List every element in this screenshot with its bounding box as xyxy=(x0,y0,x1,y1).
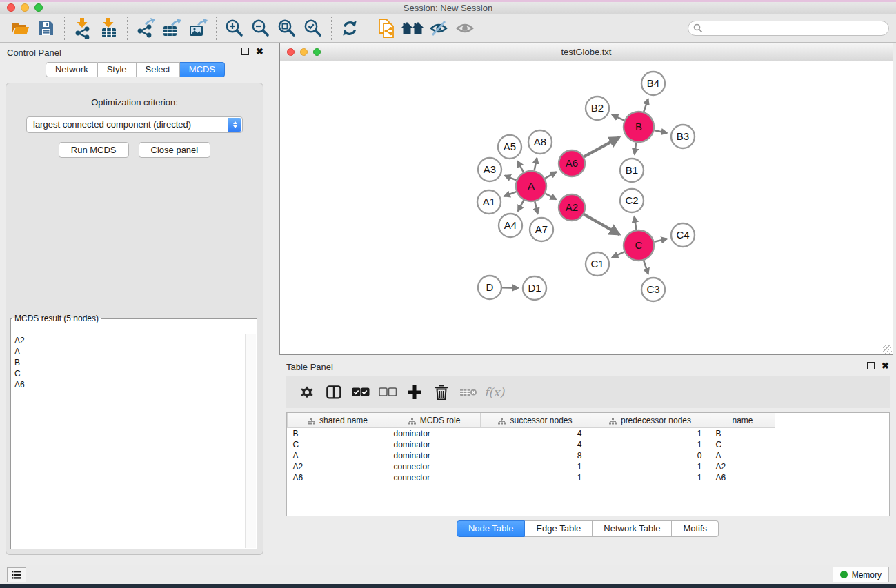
column-header-MCDS-role[interactable]: MCDS role xyxy=(388,413,481,428)
edge-C-C2[interactable] xyxy=(635,216,637,230)
edge-C-C3[interactable] xyxy=(644,261,648,274)
table-cell[interactable]: A xyxy=(710,450,775,461)
delete-table-button[interactable] xyxy=(455,378,481,406)
table-row[interactable]: A6connector11A6 xyxy=(288,472,786,483)
tab-network-table[interactable]: Network Table xyxy=(593,520,672,537)
table-cell[interactable]: B xyxy=(288,428,388,440)
zoom-out-button[interactable] xyxy=(248,16,274,41)
edge-B-B3[interactable] xyxy=(654,130,667,133)
node-D1[interactable]: D1 xyxy=(523,276,546,300)
hide-graphics-button[interactable] xyxy=(426,16,452,41)
zoom-selected-button[interactable] xyxy=(300,16,326,41)
node-A[interactable]: A xyxy=(516,171,546,201)
table-cell[interactable]: 0 xyxy=(590,450,710,461)
import-network-button[interactable] xyxy=(70,16,96,41)
float-panel-icon[interactable] xyxy=(867,362,875,369)
table-cell[interactable]: A2 xyxy=(710,461,775,472)
node-A1[interactable]: A1 xyxy=(477,190,501,214)
edge-A-A2[interactable] xyxy=(545,194,556,199)
mcds-result-list[interactable]: A2ABCA6 xyxy=(12,334,246,548)
table-cell[interactable]: 1 xyxy=(481,472,590,483)
table-row[interactable]: Cdominator41C xyxy=(288,439,786,450)
table-cell[interactable]: connector xyxy=(388,472,481,483)
mcds-result-item[interactable]: C xyxy=(14,368,243,379)
split-columns-button[interactable] xyxy=(320,378,347,406)
tab-mcds[interactable]: MCDS xyxy=(180,62,225,77)
table-cell[interactable]: 1 xyxy=(481,461,590,472)
table-cell[interactable]: 1 xyxy=(590,472,710,483)
network-window-titlebar[interactable]: testGlobe.txt xyxy=(280,43,893,61)
edge-A-A3[interactable] xyxy=(505,176,517,181)
open-file-button[interactable] xyxy=(7,16,33,41)
column-header-successor-nodes[interactable]: successor nodes xyxy=(481,413,590,428)
edge-A-A6[interactable] xyxy=(545,172,557,178)
export-table-button[interactable] xyxy=(159,16,185,41)
edge-B-B1[interactable] xyxy=(635,143,637,154)
add-column-button[interactable] xyxy=(401,378,428,406)
mcds-result-item[interactable]: B xyxy=(14,357,243,368)
edge-B-B4[interactable] xyxy=(644,99,648,112)
select-all-columns-button[interactable] xyxy=(347,378,374,406)
save-session-button[interactable] xyxy=(33,16,59,41)
node-C1[interactable]: C1 xyxy=(586,252,609,276)
node-A4[interactable]: A4 xyxy=(499,214,522,237)
import-table-button[interactable] xyxy=(96,16,122,41)
tab-edge-table[interactable]: Edge Table xyxy=(525,520,593,537)
table-cell[interactable]: A2 xyxy=(288,461,388,472)
mcds-result-item[interactable]: A xyxy=(14,346,243,357)
zoom-in-button[interactable] xyxy=(221,16,248,41)
edge-C-C1[interactable] xyxy=(612,252,624,257)
edge-A-A7[interactable] xyxy=(535,201,537,214)
table-row[interactable]: Adominator80A xyxy=(288,450,786,461)
node-C[interactable]: C xyxy=(624,230,654,261)
tab-style[interactable]: Style xyxy=(98,62,137,77)
node-B1[interactable]: B1 xyxy=(620,159,644,182)
node-B4[interactable]: B4 xyxy=(641,72,665,95)
node-B[interactable]: B xyxy=(624,112,654,142)
memory-button[interactable]: Memory xyxy=(833,567,889,582)
close-panel-icon[interactable]: ✖ xyxy=(882,362,889,369)
node-C3[interactable]: C3 xyxy=(641,278,665,301)
mcds-result-item[interactable]: A6 xyxy=(14,379,243,390)
window-resize-grip[interactable] xyxy=(883,345,892,354)
table-cell[interactable]: A6 xyxy=(710,472,775,483)
close-panel-icon[interactable]: ✖ xyxy=(256,48,263,55)
zoom-fit-button[interactable] xyxy=(274,16,300,41)
table-cell[interactable]: dominator xyxy=(388,450,481,461)
edge-A-A4[interactable] xyxy=(518,200,524,211)
edge-B-B2[interactable] xyxy=(612,115,624,121)
show-graphics-button[interactable] xyxy=(452,16,478,41)
task-history-button[interactable] xyxy=(7,567,26,582)
column-header-shared-name[interactable]: shared name xyxy=(288,413,388,428)
table-row[interactable]: Bdominator41B xyxy=(288,428,786,440)
table-cell[interactable]: dominator xyxy=(388,439,481,450)
run-mcds-button[interactable]: Run MCDS xyxy=(59,142,129,158)
table-cell[interactable]: connector xyxy=(388,461,481,472)
table-cell[interactable]: 1 xyxy=(590,461,710,472)
delete-column-button[interactable] xyxy=(428,378,455,406)
node-C2[interactable]: C2 xyxy=(620,189,644,212)
edge-A-A8[interactable] xyxy=(535,158,537,170)
table-cell[interactable]: 1 xyxy=(590,439,710,450)
table-cell[interactable]: 4 xyxy=(481,428,590,440)
node-B2[interactable]: B2 xyxy=(586,97,609,120)
table-row[interactable]: A2connector11A2 xyxy=(288,461,786,472)
close-panel-button[interactable]: Close panel xyxy=(139,142,211,158)
table-cell[interactable]: C xyxy=(288,439,388,450)
column-header-name[interactable]: name xyxy=(710,413,775,428)
export-network-button[interactable] xyxy=(132,16,159,41)
export-image-button[interactable] xyxy=(185,16,211,41)
search-input[interactable] xyxy=(688,21,889,36)
node-A8[interactable]: A8 xyxy=(528,130,552,154)
tab-select[interactable]: Select xyxy=(137,62,180,77)
table-cell[interactable]: 1 xyxy=(590,428,710,440)
edge-A-A1[interactable] xyxy=(504,192,516,196)
table-settings-button[interactable] xyxy=(293,378,320,406)
tab-motifs[interactable]: Motifs xyxy=(672,520,719,537)
table-cell[interactable]: dominator xyxy=(388,428,481,440)
node-A5[interactable]: A5 xyxy=(498,135,521,159)
table-cell[interactable]: B xyxy=(710,428,775,440)
tab-node-table[interactable]: Node Table xyxy=(457,520,526,537)
home-legacy-button[interactable] xyxy=(399,16,426,41)
table-cell[interactable]: 4 xyxy=(481,439,590,450)
